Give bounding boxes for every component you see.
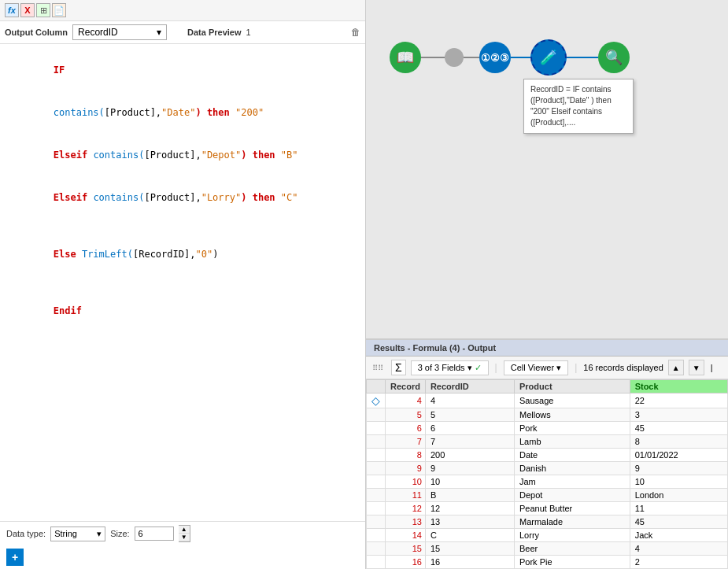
cell-recordid: 15	[425, 542, 514, 556]
table-row: ◇44Sausage22	[367, 393, 728, 408]
connector-2	[464, 57, 479, 58]
results-toolbar: ⠿⠿ Σ 3 of 3 Fields ▾ ✓ | Cell Viewer ▾ |…	[366, 357, 728, 379]
cell-recordid: 16	[425, 556, 514, 569]
cell-product: Marmalade	[514, 515, 630, 529]
cell-stock: 9	[630, 462, 727, 475]
cell-recordid: 7	[425, 435, 514, 449]
tooltip-text: RecordID = IF contains ([Product],"Date"…	[530, 85, 612, 127]
row-icon-cell: ◇	[367, 393, 386, 408]
cell-stock: Jack	[630, 529, 727, 542]
row-number: 13	[386, 515, 426, 529]
x-icon[interactable]: X	[20, 3, 35, 17]
table-icon[interactable]: ⊞	[36, 3, 50, 17]
results-header: Results - Formula (4) - Output	[366, 340, 728, 357]
cell-stock: 11	[630, 502, 727, 515]
more-options[interactable]: |	[711, 363, 713, 372]
drag-handle: ⠿⠿	[372, 364, 383, 372]
results-panel: Results - Formula (4) - Output ⠿⠿ Σ 3 of…	[366, 338, 728, 569]
icon-row: fx X ⊞ 📄	[5, 3, 66, 17]
data-type-label: Data type:	[6, 529, 46, 538]
cell-product: Beer	[514, 542, 630, 556]
fx-icon[interactable]: fx	[5, 3, 19, 17]
row-icon-cell	[367, 408, 386, 422]
viewer-button[interactable]: Cell Viewer ▾	[504, 360, 568, 375]
table-row: 11BDepotLondon	[367, 489, 728, 502]
table-row: 99Danish9	[367, 462, 728, 475]
code-area[interactable]: IF contains([Product],"Date") then "200"…	[0, 44, 365, 521]
sort-down-button[interactable]: ▼	[689, 360, 704, 375]
right-panel: 📖 ①②③ 🧪	[366, 0, 728, 569]
cell-product: Peanut Butter	[514, 502, 630, 515]
table-row: 1515Beer4	[367, 542, 728, 556]
data-type-chevron: ▾	[97, 529, 102, 539]
cell-product: Lorry	[514, 529, 630, 542]
row-icon-cell	[367, 515, 386, 529]
fields-check-icon: ✓	[475, 363, 482, 373]
cell-stock: 45	[630, 422, 727, 435]
cell-recordid: 5	[425, 408, 514, 422]
row-number: 14	[386, 529, 426, 542]
cell-recordid: 10	[425, 475, 514, 489]
row-icon-cell	[367, 422, 386, 435]
row-number: 5	[386, 408, 426, 422]
sort-up-button[interactable]: ▲	[668, 360, 684, 375]
code-line-1: contains([Product],"Date") then "200"	[8, 91, 357, 134]
fields-button[interactable]: 3 of 3 Fields ▾ ✓	[411, 360, 489, 375]
cell-recordid: 4	[425, 393, 514, 408]
add-button[interactable]: +	[6, 549, 24, 566]
connector-3	[511, 57, 530, 58]
size-up-button[interactable]: ▲	[179, 526, 190, 534]
node-small-1[interactable]	[445, 48, 464, 67]
left-panel: fx X ⊞ 📄 Output Column RecordID ▾ Data P…	[0, 0, 366, 569]
results-table-container[interactable]: Record RecordID Product Stock ◇44Sausage…	[366, 379, 728, 569]
node-number-icon: ①②③	[479, 42, 511, 73]
data-preview-label: Data Preview	[187, 28, 241, 37]
table-row: 14CLorryJack	[367, 529, 728, 542]
cell-recordid: C	[425, 529, 514, 542]
table-row: 66Pork45	[367, 422, 728, 435]
results-header-label: Results - Formula (4) - Output	[374, 343, 496, 353]
trash-icon[interactable]: 🗑	[351, 27, 360, 38]
cell-stock: London	[630, 489, 727, 502]
doc-icon[interactable]: 📄	[52, 3, 66, 17]
row-icon: ◇	[371, 394, 380, 407]
row-icon-cell	[367, 489, 386, 502]
connector-1	[421, 57, 445, 58]
cell-recordid: 200	[425, 449, 514, 462]
cell-stock: 45	[630, 515, 727, 529]
cell-stock: 8	[630, 435, 727, 449]
node-formula[interactable]: 🧪	[530, 39, 567, 76]
table-row: 1010Jam10	[367, 475, 728, 489]
node-formula-icon: 🧪	[530, 39, 567, 76]
cell-product: Danish	[514, 462, 630, 475]
node-output[interactable]: 🔍	[598, 42, 630, 73]
col-header-record: Record	[386, 380, 426, 393]
cell-product: Jam	[514, 475, 630, 489]
row-number: 7	[386, 435, 426, 449]
output-col-select[interactable]: RecordID ▾	[72, 24, 167, 40]
table-row: 1616Pork Pie2	[367, 556, 728, 569]
left-panel-header: fx X ⊞ 📄	[0, 0, 365, 21]
size-down-button[interactable]: ▼	[179, 534, 190, 541]
cell-stock: 4	[630, 542, 727, 556]
workflow: 📖 ①②③ 🧪	[390, 39, 630, 76]
size-input[interactable]	[135, 527, 174, 541]
viewer-label: Cell Viewer	[511, 363, 554, 372]
node-number[interactable]: ①②③	[479, 42, 511, 73]
col-header-stock: Stock	[630, 380, 727, 393]
data-type-select[interactable]: String ▾	[50, 527, 105, 541]
table-row: 1313Marmalade45	[367, 515, 728, 529]
code-line-if: IF	[8, 49, 357, 91]
connector-4	[567, 57, 598, 58]
node-input[interactable]: 📖	[390, 42, 421, 73]
output-col-label: Output Column	[5, 28, 68, 37]
code-line-endif: Endif	[8, 290, 357, 332]
divider-2: |	[575, 362, 577, 373]
divider-1: |	[495, 362, 497, 373]
table-row: 55Mellows3	[367, 408, 728, 422]
row-icon-cell	[367, 462, 386, 475]
row-number: 8	[386, 449, 426, 462]
output-col-section: Output Column RecordID ▾ Data Preview 1 …	[0, 21, 365, 44]
row-icon-cell	[367, 556, 386, 569]
col-header-recordid: RecordID	[425, 380, 514, 393]
